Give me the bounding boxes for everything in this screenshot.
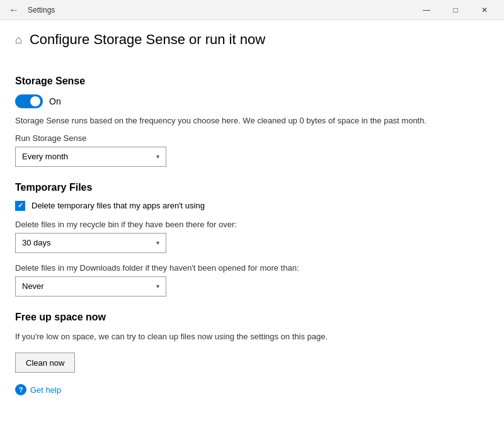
delete-temp-files-label: Delete temporary files that my apps aren… [32,201,205,210]
downloads-value: Never [22,281,44,291]
home-icon: ⌂ [15,33,22,47]
help-icon: ? [15,384,26,395]
recycle-bin-chevron: ▾ [156,239,159,246]
checkbox-check-icon: ✓ [18,201,23,210]
minimize-button[interactable]: — [412,0,441,20]
temporary-files-title: Temporary Files [15,182,489,193]
minimize-icon: — [423,6,430,14]
storage-sense-toggle-row: On [15,94,489,108]
window-content: ⌂ Configure Storage Sense or run it now … [0,20,504,435]
delete-temp-files-checkbox[interactable]: ✓ [15,201,25,211]
content-area: Storage Sense On Storage Sense runs base… [0,55,504,435]
recycle-bin-value: 30 days [22,238,51,247]
free-up-section: Free up space now If you're low on space… [15,312,489,373]
delete-temp-files-row: ✓ Delete temporary files that my apps ar… [15,201,489,211]
downloads-chevron: ▾ [156,283,159,290]
maximize-icon: □ [453,6,457,14]
storage-sense-toggle[interactable] [15,94,43,108]
temporary-files-section: Temporary Files ✓ Delete temporary files… [15,182,489,297]
run-storage-sense-label: Run Storage Sense [15,133,489,143]
run-storage-sense-value: Every month [22,152,68,161]
get-help-link[interactable]: Get help [30,385,61,395]
maximize-button[interactable]: □ [441,0,470,20]
recycle-bin-label: Delete files in my recycle bin if they h… [15,220,489,229]
help-row: ? Get help [15,384,489,402]
toggle-thumb [30,96,40,106]
back-icon: ← [9,4,19,16]
run-storage-sense-dropdown[interactable]: Every month ▾ [15,147,166,167]
titlebar-controls: — □ ✕ [412,0,499,20]
page-title: Configure Storage Sense or run it now [30,31,265,48]
toggle-label: On [49,96,61,106]
free-up-title: Free up space now [15,312,489,323]
back-button[interactable]: ← [5,1,23,19]
titlebar-title: Settings [28,6,55,14]
downloads-label: Delete files in my Downloads folder if t… [15,263,489,273]
clean-now-label: Clean now [26,358,64,368]
close-icon: ✕ [481,6,488,14]
titlebar-left: ← Settings [5,1,55,19]
titlebar: ← Settings — □ ✕ [0,0,504,20]
downloads-dropdown[interactable]: Never ▾ [15,276,166,297]
close-button[interactable]: ✕ [470,0,499,20]
clean-now-button[interactable]: Clean now [15,353,75,373]
run-storage-sense-chevron: ▾ [156,153,159,160]
storage-sense-section: Storage Sense On Storage Sense runs base… [15,76,489,167]
page-header: ⌂ Configure Storage Sense or run it now [0,20,504,55]
storage-sense-description: Storage Sense runs based on the frequenc… [15,115,489,127]
recycle-bin-dropdown[interactable]: 30 days ▾ [15,233,166,253]
downloads-field-group: Delete files in my Downloads folder if t… [15,263,489,297]
storage-sense-title: Storage Sense [15,76,489,87]
free-up-description: If you're low on space, we can try to cl… [15,330,489,343]
